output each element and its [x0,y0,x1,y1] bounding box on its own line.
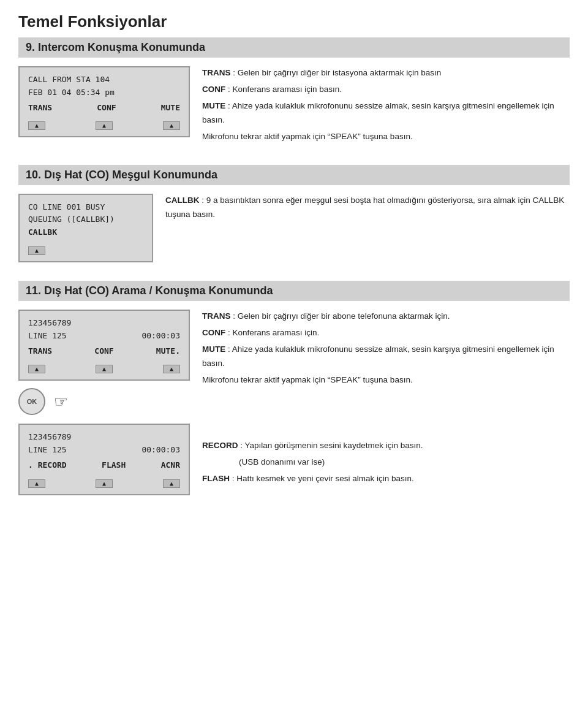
conf-btn-11a[interactable]: ▲ [96,365,113,373]
section-11: 11. Dış Hat (CO) Arama / Konuşma Konumun… [18,281,570,495]
usb-desc: (USB donanımı var ise) [202,455,570,470]
soft-buttons-11a: ▲ ▲ ▲ [28,362,180,373]
callbk-arrow: ▲ [28,246,45,255]
conf-desc: CONF : Konferans araması için basın. [202,83,570,97]
display-11b-line2: LINE 125 00:00:03 [28,444,180,457]
phone-display-9: CALL FROM STA 104 FEB 01 04 05:34 pm TRA… [18,66,190,137]
flash-desc: FLASH : Hattı kesmek ve yeni çevir sesi … [202,472,570,486]
phone-col-11: 123456789 LINE 125 00:00:03 TRANS CONF M… [18,310,190,495]
record-btn[interactable]: ▲ [28,479,45,488]
hand-icon: ☞ [54,392,68,411]
speak-desc: Mikrofonu tekrar aktif yapmak için “SPEA… [202,130,570,144]
display-11a-line1: 123456789 [28,317,180,330]
display-10-line2: QUEUING ([CALLBK]) [28,213,143,226]
display-line3: TRANS CONF MUTE [28,102,180,115]
mute-btn[interactable]: ▲ [163,121,180,130]
display-11b-line3: . RECORD FLASH ACNR [28,459,180,472]
acnr-arrow: ▲ [163,479,180,488]
phone-display-11b: 123456789 LINE 125 00:00:03 . RECORD FLA… [18,424,190,495]
description-11b: RECORD : Yapılan görüşmenin sesini kayde… [202,439,570,489]
display-10-line1: CO LINE 001 BUSY [28,201,143,214]
conf-arrow: ▲ [96,121,113,130]
callbk-btn[interactable]: ▲ [28,246,45,255]
description-11: TRANS : Gelen bir çağrıyı diğer bir abon… [202,310,570,489]
speak-desc-11: Mikrofonu tekrar aktif yapmak için “SPEA… [202,373,570,387]
callbk-desc: CALLBK : 9 a basıntıktan sonra eğer meşg… [165,194,570,222]
trans-btn[interactable]: ▲ [28,121,45,130]
display-10-line3: CALLBK [28,226,143,239]
ok-container: OK ☞ [18,388,190,415]
trans-btn-11a[interactable]: ▲ [28,365,45,373]
description-11a: TRANS : Gelen bir çağrıyı diğer bir abon… [202,310,570,390]
section-9-title: 9. Intercom Konuşma Konumunda [18,37,570,58]
trans-desc-11: TRANS : Gelen bir çağrıyı diğer bir abon… [202,310,570,324]
trans-desc: TRANS : Gelen bir çağrıyı diğer bir ista… [202,66,570,80]
mute-arrow: ▲ [163,121,180,130]
soft-buttons-9: ▲ ▲ ▲ [28,119,180,130]
mute-desc: MUTE : Ahize yada kulakluk mikrofonunu s… [202,99,570,128]
display-line1: CALL FROM STA 104 [28,74,180,86]
display-11a-line2: LINE 125 00:00:03 [28,330,180,343]
mute-arrow-11a: ▲ [163,365,180,373]
soft-buttons-10: ▲ [28,244,143,255]
record-desc: RECORD : Yapılan görüşmenin sesini kayde… [202,439,570,453]
soft-buttons-11b: ▲ ▲ ▲ [28,477,180,488]
phone-display-10: CO LINE 001 BUSY QUEUING ([CALLBK]) CALL… [18,194,153,262]
trans-arrow-11a: ▲ [28,365,45,373]
mute-btn-11a[interactable]: ▲ [163,365,180,373]
description-10: CALLBK : 9 a basıntıktan sonra eğer meşg… [165,194,570,224]
section-10: 10. Dış Hat (CO) Meşgul Konumunda CO LIN… [18,165,570,262]
mute-desc-11: MUTE : Ahize yada kulakluk mikrofonunu s… [202,343,570,371]
conf-btn[interactable]: ▲ [96,121,113,130]
main-title: Temel Fonksiyonlar [18,12,570,31]
trans-arrow: ▲ [28,121,45,130]
description-9: TRANS : Gelen bir çağrıyı diğer bir ista… [202,66,570,147]
phone-display-11a: 123456789 LINE 125 00:00:03 TRANS CONF M… [18,310,190,381]
section-10-title: 10. Dış Hat (CO) Meşgul Konumunda [18,165,570,185]
ok-button[interactable]: OK [18,388,45,415]
display-line2: FEB 01 04 05:34 pm [28,86,180,99]
record-arrow: ▲ [28,479,45,488]
acnr-btn[interactable]: ▲ [163,479,180,488]
conf-desc-11: CONF : Konferans araması için. [202,326,570,340]
section-9: 9. Intercom Konuşma Konumunda CALL FROM … [18,37,570,147]
flash-arrow: ▲ [96,479,113,488]
flash-btn[interactable]: ▲ [96,479,113,488]
section-11-title: 11. Dış Hat (CO) Arama / Konuşma Konumun… [18,281,570,301]
display-11b-line1: 123456789 [28,431,180,444]
conf-arrow-11a: ▲ [96,365,113,373]
display-11a-line3: TRANS CONF MUTE. [28,345,180,358]
